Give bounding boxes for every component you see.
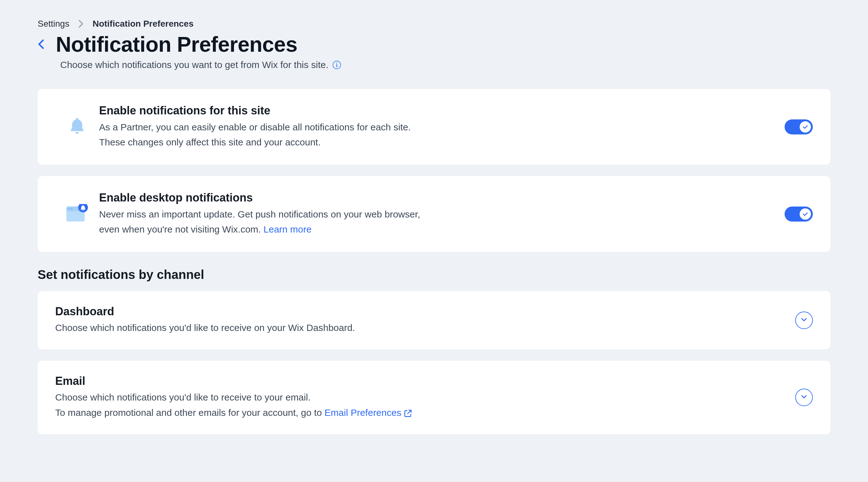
expand-email-button[interactable]	[795, 389, 813, 406]
breadcrumb: Settings Notification Preferences	[38, 19, 830, 29]
page-subtitle: Choose which notifications you want to g…	[60, 60, 328, 70]
dashboard-channel-card: Dashboard Choose which notifications you…	[38, 291, 830, 349]
section-title: Set notifications by channel	[38, 268, 830, 282]
channel-desc: Choose which notifications you'd like to…	[55, 320, 795, 335]
external-link-icon	[404, 409, 412, 417]
breadcrumb-root[interactable]: Settings	[38, 19, 69, 29]
expand-dashboard-button[interactable]	[795, 312, 813, 329]
enable-site-toggle[interactable]	[784, 119, 813, 134]
breadcrumb-current: Notification Preferences	[93, 19, 193, 29]
back-button[interactable]	[38, 39, 44, 50]
email-preferences-link[interactable]: Email Preferences	[324, 408, 412, 418]
enable-site-notifications-card: Enable notifications for this site As a …	[38, 89, 830, 165]
email-channel-card: Email Choose which notifications you'd l…	[38, 361, 830, 435]
info-icon[interactable]	[332, 60, 341, 70]
svg-point-5	[68, 208, 70, 210]
chevron-down-icon	[801, 394, 807, 400]
browser-notification-icon	[66, 204, 88, 224]
channel-title: Email	[55, 375, 795, 388]
channel-title: Dashboard	[55, 305, 795, 318]
card-desc: Never miss an important update. Get push…	[99, 207, 784, 237]
channel-desc: Choose which notifications you'd like to…	[55, 390, 795, 421]
page-title: Notification Preferences	[56, 32, 297, 56]
svg-rect-2	[337, 64, 337, 67]
enable-desktop-notifications-card: Enable desktop notifications Never miss …	[38, 176, 830, 252]
enable-desktop-toggle[interactable]	[784, 206, 813, 222]
svg-point-1	[337, 62, 337, 63]
bell-icon	[67, 116, 87, 137]
card-desc: As a Partner, you can easily enable or d…	[99, 120, 784, 150]
card-title: Enable notifications for this site	[99, 104, 784, 117]
chevron-right-icon	[78, 20, 84, 28]
svg-point-6	[71, 208, 72, 210]
learn-more-link[interactable]: Learn more	[264, 224, 311, 234]
chevron-down-icon	[801, 318, 807, 323]
card-title: Enable desktop notifications	[99, 191, 784, 204]
